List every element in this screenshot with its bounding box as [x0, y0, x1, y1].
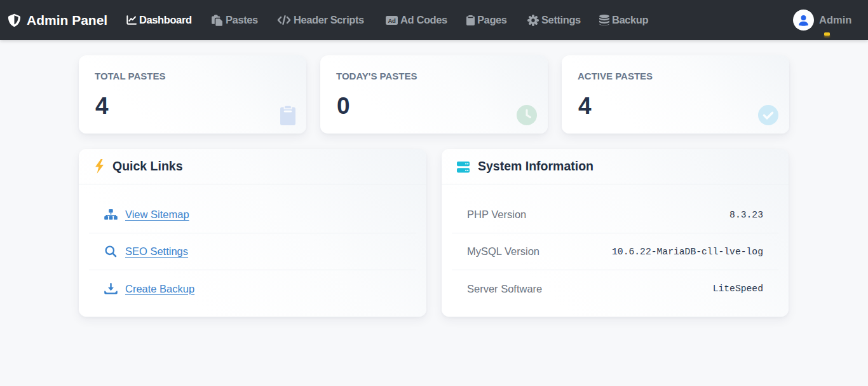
- svg-text:Ad: Ad: [388, 17, 396, 24]
